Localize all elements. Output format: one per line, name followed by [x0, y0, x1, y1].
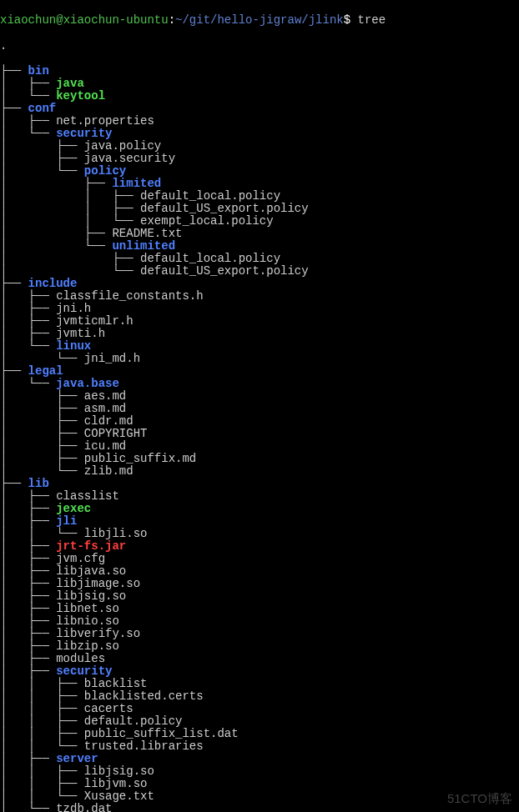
tree-item-file: jni.h — [56, 302, 91, 315]
tree-item-exec: keytool — [56, 89, 105, 103]
tree-line: │ ├── libverify.so — [0, 628, 519, 640]
tree-line: │ └── jni_md.h — [0, 353, 519, 365]
watermark: 51CTO博客 — [447, 792, 512, 806]
tree-prefix: │ ├── — [0, 314, 56, 328]
tree-item-file: COPYRIGHT — [84, 427, 148, 440]
tree-line: │ │ ├── blacklisted.certs — [0, 690, 519, 703]
tree-item-dir: limited — [112, 177, 161, 190]
tree-line: ├── lib — [0, 478, 519, 490]
tree-line: │ └── default_US_export.policy — [0, 265, 519, 278]
tree-prefix: │ ├── — [0, 514, 56, 528]
tree-line: │ ├── jli — [0, 515, 519, 528]
tree-prefix: │ ├── — [0, 552, 56, 565]
tree-line: │ └── security — [0, 128, 519, 140]
tree-line: │ │ └── trusted.libraries — [0, 740, 519, 753]
tree-prefix: │ └── — [0, 127, 56, 140]
tree-prefix: │ ├── — [0, 627, 56, 640]
tree-prefix: │ └── — [0, 802, 56, 812]
tree-line: │ │ ├── blacklist — [0, 678, 519, 690]
prompt-line: xiaochun@xiaochun-ubuntu:~/git/hello-jig… — [0, 14, 519, 27]
tree-line: │ ├── libjava.so — [0, 565, 519, 578]
tree-item-dir: security — [56, 127, 112, 140]
tree-item-dir: legal — [28, 364, 63, 378]
tree-line: │ ├── jvmticmlr.h — [0, 315, 519, 328]
tree-line: ├── conf — [0, 103, 519, 115]
tree-prefix: │ ├── — [0, 227, 112, 240]
tree-prefix: │ │ └── — [0, 214, 140, 228]
tree-prefix: │ ├── — [0, 77, 56, 90]
tree-item-file: default_local.policy — [140, 252, 280, 265]
tree-line: │ └── java.base — [0, 378, 519, 390]
tree-line: │ ├── libjsig.so — [0, 590, 519, 603]
tree-prefix: │ ├── — [0, 139, 84, 153]
tree-item-file: default_US_export.policy — [140, 202, 309, 215]
tree-line: │ │ ├── default.policy — [0, 715, 519, 728]
tree-item-file: default.policy — [84, 714, 183, 728]
tree-line: │ ├── libzip.so — [0, 640, 519, 653]
tree-prefix: │ └── — [0, 89, 56, 103]
tree-line: │ │ ├── default_US_export.policy — [0, 203, 519, 215]
tree-item-file: libzip.so — [56, 639, 119, 653]
tree-item-file: java.security — [84, 152, 175, 165]
tree-item-file: libjvm.so — [84, 777, 148, 790]
tree-prefix: │ ├── — [0, 577, 56, 590]
tree-line: │ └── zlib.md — [0, 465, 519, 478]
tree-line: │ ├── icu.md — [0, 440, 519, 453]
tree-item-file: exempt_local.policy — [140, 214, 274, 228]
tree-item-file: java.policy — [84, 139, 161, 153]
tree-line: │ ├── net.properties — [0, 115, 519, 128]
tree-prefix: │ ├── — [0, 664, 56, 678]
tree-item-file: modules — [56, 652, 105, 665]
tree-item-dir: jli — [56, 514, 77, 528]
tree-prefix: │ ├── — [0, 564, 56, 578]
tree-item-file: libjimage.so — [56, 577, 140, 590]
tree-prefix: │ └── — [0, 352, 84, 365]
tree-line: │ └── linux — [0, 340, 519, 353]
tree-line: │ ├── jrt-fs.jar — [0, 540, 519, 553]
tree-item-file: cldr.md — [84, 414, 134, 428]
tree-prefix: │ ├── — [0, 289, 56, 303]
tree-item-file: jvmticmlr.h — [56, 314, 133, 328]
tree-item-file: libverify.so — [56, 627, 140, 640]
tree-prefix: ├── — [0, 64, 28, 78]
tree-line: │ ├── java — [0, 78, 519, 90]
tree-item-file: net.properties — [56, 114, 154, 128]
tree-prefix: │ │ └── — [0, 527, 84, 540]
tree-line: │ ├── security — [0, 665, 519, 678]
tree-prefix: │ ├── — [0, 414, 84, 428]
tree-item-file: public_suffix_list.dat — [84, 727, 239, 740]
tree-item-file: asm.md — [84, 402, 126, 415]
tree-line: │ │ ├── default_local.policy — [0, 190, 519, 203]
tree-prefix: │ │ ├── — [0, 202, 140, 215]
command: tree — [350, 13, 385, 27]
tree-item-file: libjsig.so — [56, 589, 126, 603]
tree-item-file: zlib.md — [84, 464, 134, 478]
tree-prefix: │ ├── — [0, 439, 84, 453]
tree-item-file: blacklisted.certs — [84, 689, 204, 703]
tree-line: │ │ ├── libjvm.so — [0, 778, 519, 790]
tree-prefix: │ ├── — [0, 389, 84, 403]
tree-prefix: │ │ ├── — [0, 677, 84, 690]
tree-item-file: cacerts — [84, 702, 134, 715]
tree-item-dir: linux — [56, 339, 91, 353]
tree-item-file: jvm.cfg — [56, 552, 105, 565]
tree-line: │ │ └── Xusage.txt — [0, 790, 519, 803]
tree-prefix: │ └── — [0, 264, 140, 278]
tree-prefix: │ ├── — [0, 177, 112, 190]
tree-item-dir: bin — [28, 64, 49, 78]
tree-prefix: │ ├── — [0, 452, 84, 465]
tree-line: │ ├── classfile_constants.h — [0, 290, 519, 303]
tree-prefix: │ │ ├── — [0, 777, 84, 790]
tree-item-file: icu.md — [84, 439, 126, 453]
tree-prefix: │ ├── — [0, 602, 56, 615]
tree-item-file: public_suffix.md — [84, 452, 196, 465]
tree-item-file: trusted.libraries — [84, 739, 204, 753]
tree-prefix: │ ├── — [0, 589, 56, 603]
tree-item-file: jvmti.h — [56, 327, 105, 340]
tree-line: │ ├── libnio.so — [0, 615, 519, 628]
tree-prefix: │ ├── — [0, 252, 140, 265]
tree-line: │ ├── cldr.md — [0, 415, 519, 428]
tree-line: │ │ ├── cacerts — [0, 703, 519, 715]
tree-prefix: ├── — [0, 277, 28, 290]
tree-line: │ │ └── libjli.so — [0, 528, 519, 540]
